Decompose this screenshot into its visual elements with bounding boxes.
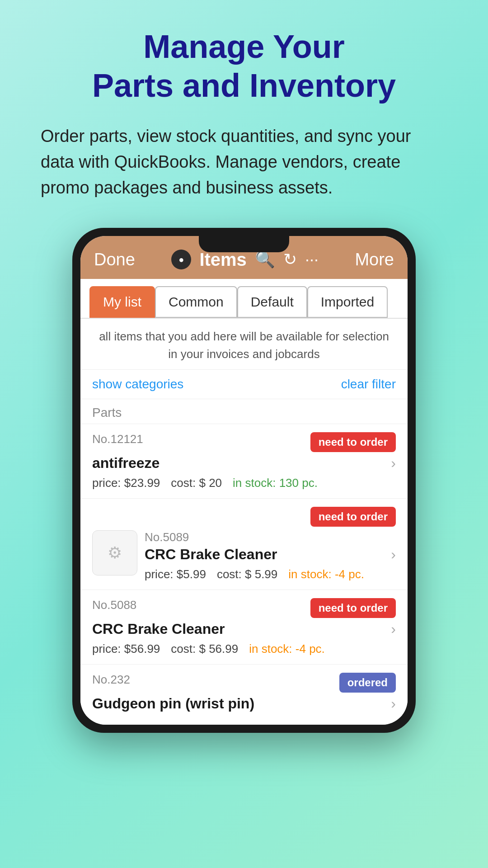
clear-filter-link[interactable]: clear filter bbox=[341, 377, 396, 392]
title-line1: Manage Your bbox=[143, 28, 344, 65]
refresh-icon[interactable]: ↻ bbox=[283, 250, 297, 269]
chevron-right-icon[interactable]: › bbox=[391, 455, 396, 472]
category-label: Parts bbox=[80, 399, 408, 424]
info-line1: all items that you add here will be avai… bbox=[99, 330, 389, 343]
item-name: Gudgeon pin (wrist pin) bbox=[92, 695, 254, 712]
info-banner: all items that you add here will be avai… bbox=[80, 319, 408, 370]
title-line2: Parts and Inventory bbox=[92, 67, 396, 104]
item-price: price: $23.99 bbox=[92, 476, 160, 490]
item-content: No.5089 CRC Brake Cleaner › price: $5.99… bbox=[145, 530, 396, 581]
item-stock: in stock: 130 pc. bbox=[233, 476, 318, 490]
item-thumbnail: ⚙ bbox=[92, 530, 137, 576]
status-badge: ordered bbox=[339, 673, 396, 693]
phone-notch bbox=[199, 236, 289, 252]
tab-common[interactable]: Common bbox=[155, 286, 237, 318]
page-title: Manage Your Parts and Inventory bbox=[92, 27, 396, 105]
tab-my-list[interactable]: My list bbox=[89, 286, 155, 318]
item-number: No.232 bbox=[92, 673, 130, 687]
chevron-right-icon[interactable]: › bbox=[391, 695, 396, 712]
tab-default[interactable]: Default bbox=[237, 286, 307, 318]
item-cost: cost: $ 56.99 bbox=[171, 642, 238, 656]
show-categories-link[interactable]: show categories bbox=[92, 377, 183, 392]
filter-row: show categories clear filter bbox=[80, 370, 408, 399]
status-badge: need to order bbox=[310, 432, 396, 452]
more-button[interactable]: More bbox=[355, 250, 394, 269]
item-name: antifreeze bbox=[92, 455, 160, 472]
header-center: Items 🔍 ↻ ··· bbox=[171, 250, 319, 270]
header-title: Items bbox=[199, 250, 247, 270]
status-badge: need to order bbox=[310, 598, 396, 618]
item-number: No.12121 bbox=[92, 432, 143, 446]
search-icon[interactable]: 🔍 bbox=[255, 250, 275, 269]
item-number: No.5089 bbox=[145, 530, 396, 544]
item-stock: in stock: -4 pc. bbox=[288, 567, 364, 581]
item-cost: cost: $ 20 bbox=[171, 476, 222, 490]
item-name: CRC Brake Cleaner bbox=[92, 621, 225, 637]
page-description: Order parts, view stock quantities, and … bbox=[41, 123, 447, 201]
phone-screen: Done Items 🔍 ↻ ··· More My list Common D… bbox=[80, 236, 408, 725]
list-item: No.232 ordered Gudgeon pin (wrist pin) › bbox=[80, 664, 408, 725]
item-stock: in stock: -4 pc. bbox=[249, 642, 325, 656]
phone-shell: Done Items 🔍 ↻ ··· More My list Common D… bbox=[72, 228, 416, 733]
item-cost: cost: $ 5.99 bbox=[217, 567, 277, 581]
status-badge: need to order bbox=[310, 507, 396, 527]
info-line2: in your invoices and jobcards bbox=[168, 347, 319, 361]
list-item: No.12121 need to order antifreeze › pric… bbox=[80, 424, 408, 498]
parts-icon: ⚙ bbox=[108, 543, 122, 562]
chevron-right-icon[interactable]: › bbox=[391, 621, 396, 637]
item-number: No.5088 bbox=[92, 598, 136, 612]
list-item: need to order ⚙ No.5089 CRC Brake Cleane… bbox=[80, 498, 408, 590]
item-price: price: $56.99 bbox=[92, 642, 160, 656]
tabs-row: My list Common Default Imported bbox=[80, 279, 408, 319]
avatar bbox=[171, 250, 191, 269]
item-name: CRC Brake Cleaner bbox=[145, 546, 277, 563]
done-button[interactable]: Done bbox=[94, 250, 135, 269]
item-price: price: $5.99 bbox=[145, 567, 206, 581]
list-item: No.5088 need to order CRC Brake Cleaner … bbox=[80, 590, 408, 664]
chevron-right-icon[interactable]: › bbox=[391, 546, 396, 563]
ellipsis-icon[interactable]: ··· bbox=[305, 250, 319, 269]
tab-imported[interactable]: Imported bbox=[307, 286, 388, 318]
